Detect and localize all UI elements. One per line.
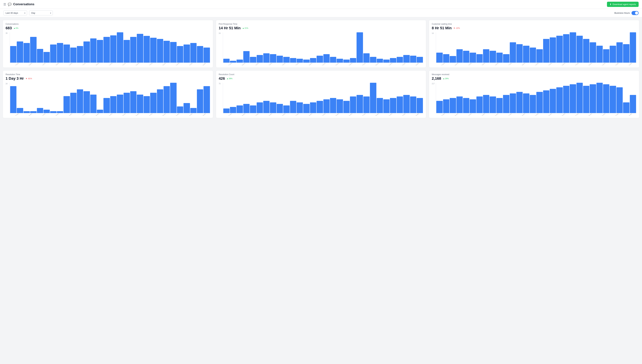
bar-first-response-time-21	[363, 53, 370, 62]
bar-conversations-18	[130, 37, 137, 62]
bar-resolution-count-1	[230, 107, 236, 113]
x-label: 13-Aug	[265, 114, 275, 116]
bar-conversations-19	[137, 34, 143, 62]
bar-customer-waiting-time-1	[443, 54, 449, 62]
bar-messages-received-18	[556, 87, 563, 113]
date-range-select[interactable]: Last 30 days Last 7 days Last 90 days Cu…	[4, 10, 27, 16]
bar-conversations-20	[144, 36, 150, 62]
period-filter[interactable]: Day Hour Week Month ▾	[29, 10, 53, 16]
bar-resolution-count-24	[383, 99, 390, 113]
bar-resolution-count-27	[403, 95, 410, 113]
bar-customer-waiting-time-20	[570, 32, 576, 62]
x-label: 25-Aug	[132, 114, 142, 116]
bar-resolution-count-17	[337, 99, 343, 113]
x-label: 17-Aug	[292, 114, 302, 116]
bar-conversations-9	[70, 48, 77, 63]
bar-messages-received-11	[510, 94, 516, 113]
bar-resolution-count-13	[310, 102, 316, 113]
x-label: 13-Aug	[52, 114, 62, 116]
bar-customer-waiting-time-16	[543, 39, 549, 62]
bar-messages-received-25	[603, 84, 609, 113]
x-label: 09-Aug	[451, 114, 462, 116]
bar-messages-received-26	[610, 86, 616, 113]
chart-value-messages-received: 2,168	[432, 76, 441, 81]
bar-first-response-time-3	[243, 51, 250, 62]
bar-first-response-time-17	[337, 59, 343, 62]
bar-conversations-4	[37, 49, 43, 62]
bar-conversations-3	[30, 37, 37, 62]
x-label: 07-Aug	[12, 63, 22, 65]
x-label: 11-Aug	[39, 63, 49, 65]
bar-resolution-count-20	[357, 95, 363, 113]
bar-conversations-10	[77, 46, 83, 62]
bar-resolution-time-23	[164, 86, 170, 113]
date-range-filter[interactable]: Last 30 days Last 7 days Last 90 days Cu…	[4, 10, 27, 16]
bar-customer-waiting-time-18	[556, 36, 563, 62]
bar-customer-waiting-time-17	[550, 38, 556, 62]
x-label: 04-Sep	[625, 63, 635, 65]
x-label: 15-Aug	[491, 63, 502, 65]
bar-resolution-time-10	[77, 89, 83, 113]
bar-messages-received-17	[550, 89, 556, 113]
x-label: 15-Aug	[278, 63, 289, 65]
bar-resolution-count-22	[370, 83, 376, 113]
trend-value-resolution-time: -81%	[28, 78, 32, 80]
bar-customer-waiting-time-15	[536, 49, 543, 62]
conversations-icon: 💬	[8, 2, 12, 6]
x-label: 31-Aug	[172, 114, 183, 116]
chart-trend-resolution-time: ▼ -81%	[26, 78, 32, 80]
bar-messages-received-5	[470, 99, 476, 113]
x-label: 17-Aug	[292, 63, 302, 65]
bar-customer-waiting-time-9	[496, 53, 503, 62]
bars-container-conversations	[10, 32, 210, 63]
menu-icon[interactable]: ☰	[4, 2, 6, 6]
bar-messages-received-9	[496, 98, 503, 113]
chart-area-conversations: 39 07-Aug09-Aug11-Aug13-Aug15-Aug17-Aug1…	[6, 32, 210, 66]
x-label: 25-Aug	[558, 63, 569, 65]
x-label: 31-Aug	[385, 63, 396, 65]
bar-conversations-13	[97, 40, 103, 62]
bar-first-response-time-18	[343, 60, 350, 62]
x-label: 27-Aug	[358, 114, 369, 116]
bar-first-response-time-13	[310, 58, 316, 62]
toolbar-right: Business Hours	[614, 11, 638, 15]
bar-customer-waiting-time-11	[510, 42, 516, 62]
bar-customer-waiting-time-5	[470, 53, 476, 62]
bar-resolution-count-2	[237, 106, 243, 113]
bar-first-response-time-1	[230, 61, 236, 62]
bar-resolution-time-5	[44, 110, 50, 113]
x-label: 13-Aug	[478, 114, 488, 116]
business-hours-toggle[interactable]	[631, 11, 638, 15]
bar-conversations-25	[177, 46, 183, 62]
period-select[interactable]: Day Hour Week Month	[29, 10, 53, 16]
download-agent-reports-button[interactable]: ⬇ Download agent reports	[607, 2, 638, 7]
x-label: 27-Aug	[358, 63, 369, 65]
bar-conversations-23	[164, 41, 170, 62]
chart-area-first-response-time: 2d 07-Aug09-Aug11-Aug13-Aug15-Aug17-Aug1…	[219, 32, 423, 66]
bar-first-response-time-0	[223, 59, 230, 62]
chart-label-conversations: Conversations	[6, 23, 210, 25]
download-icon: ⬇	[610, 3, 611, 6]
x-label: 04-Sep	[625, 114, 635, 116]
bar-customer-waiting-time-14	[530, 48, 536, 63]
bar-first-response-time-22	[370, 57, 376, 62]
bar-first-response-time-5	[257, 55, 263, 62]
chart-value-first-response-time: 14 Hr 51 Min	[219, 26, 241, 30]
chart-trend-customer-waiting-time: ▼ -22%	[453, 27, 460, 29]
bar-customer-waiting-time-28	[623, 44, 629, 62]
bar-resolution-time-24	[170, 83, 176, 113]
bar-first-response-time-7	[270, 54, 276, 62]
bar-resolution-count-23	[377, 98, 383, 113]
bar-resolution-time-25	[177, 106, 183, 113]
x-label: 19-Aug	[92, 114, 102, 116]
x-label: 29-Aug	[585, 114, 595, 116]
bar-resolution-time-7	[57, 111, 63, 113]
bar-resolution-time-20	[144, 96, 150, 113]
bar-resolution-count-16	[330, 98, 336, 113]
bar-resolution-time-26	[184, 103, 190, 113]
header: ☰ 💬 Conversations ⬇ Download agent repor…	[0, 0, 642, 9]
bar-resolution-count-25	[390, 98, 396, 113]
x-label: 25-Aug	[558, 114, 569, 116]
chart-value-row-resolution-count: 426 ▲ 38%	[219, 76, 423, 81]
bar-messages-received-7	[483, 95, 489, 113]
